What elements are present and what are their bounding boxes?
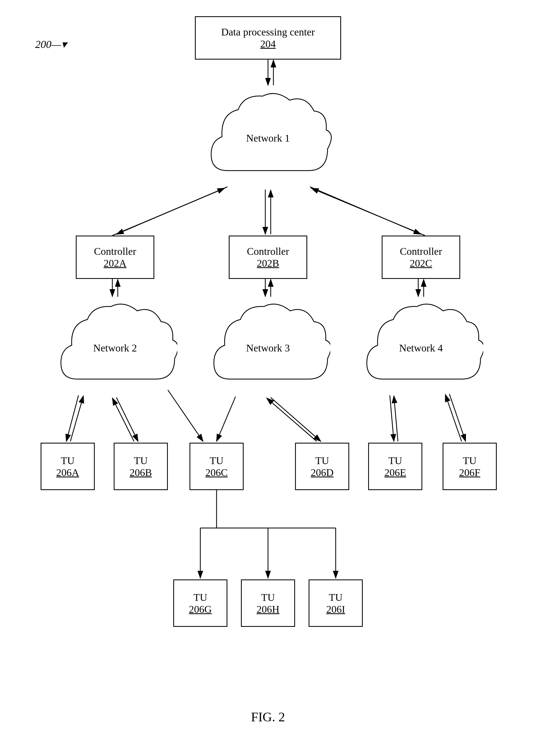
svg-line-4: [117, 187, 227, 234]
dpc-label-line2: 204: [260, 38, 276, 50]
controller-b-label2: 202B: [257, 257, 279, 269]
svg-line-16: [66, 395, 79, 441]
tu-206c-label1: TU: [210, 455, 223, 466]
svg-line-27: [445, 395, 461, 441]
controller-b-box: Controller 202B: [229, 236, 307, 279]
tu-206b-box: TU 206B: [114, 443, 168, 490]
svg-line-7: [310, 187, 421, 234]
controller-c-label2: 202C: [410, 257, 432, 269]
network-2-cloud: Network 2: [53, 298, 177, 398]
svg-line-26: [450, 394, 466, 441]
tu-206e-box: TU 206E: [368, 443, 422, 490]
network-1-label: Network 1: [246, 132, 290, 144]
tu-206g-label1: TU: [193, 591, 207, 603]
svg-line-23: [267, 398, 317, 441]
tu-206a-box: TU 206A: [41, 443, 95, 490]
tu-206d-box: TU 206D: [295, 443, 349, 490]
network-4-cloud: Network 4: [359, 298, 483, 398]
fig-label: FIG. 2: [217, 709, 319, 724]
tu-206h-label2: 206H: [257, 603, 279, 615]
tu-206b-label1: TU: [134, 455, 148, 466]
svg-line-22: [271, 397, 321, 441]
tu-206c-box: TU 206C: [189, 443, 244, 490]
network-3-cloud: Network 3: [206, 298, 330, 398]
tu-206f-box: TU 206F: [443, 443, 497, 490]
tu-206g-label2: 206G: [189, 603, 212, 615]
controller-b-label1: Controller: [247, 245, 289, 257]
tu-206g-box: TU 206G: [173, 579, 227, 627]
tu-206f-label1: TU: [463, 455, 477, 466]
controller-a-box: Controller 202A: [76, 236, 154, 279]
svg-line-21: [217, 397, 236, 441]
network-1-cloud: Network 1: [203, 86, 333, 189]
tu-206d-label2: 206D: [311, 466, 333, 478]
svg-line-9: [311, 188, 425, 236]
tu-206c-label2: 206C: [206, 466, 228, 478]
tu-206i-label1: TU: [329, 591, 343, 603]
data-processing-center-box: Data processing center 204: [195, 16, 341, 59]
tu-206h-box: TU 206H: [241, 579, 295, 627]
tu-206a-label2: 206A: [56, 466, 79, 478]
diagram: 200—▾ Data processing center 204 Network…: [0, 0, 536, 756]
tu-206f-label2: 206F: [459, 466, 480, 478]
tu-206e-label1: TU: [388, 455, 402, 466]
controller-a-label1: Controller: [94, 245, 136, 257]
svg-line-17: [70, 396, 84, 441]
svg-line-19: [112, 398, 134, 441]
network-3-label: Network 3: [246, 342, 290, 354]
tu-206i-label2: 206I: [326, 603, 345, 615]
tu-206b-label2: 206B: [130, 466, 152, 478]
controller-a-label2: 202A: [104, 257, 126, 269]
tu-206h-label1: TU: [261, 591, 275, 603]
tu-206e-label2: 206E: [385, 466, 406, 478]
svg-line-8: [112, 188, 225, 236]
diagram-ref-label: 200—▾: [35, 38, 67, 51]
network-2-label: Network 2: [93, 342, 137, 354]
controller-c-label1: Controller: [400, 245, 442, 257]
controller-c-box: Controller 202C: [382, 236, 460, 279]
svg-line-18: [117, 397, 138, 441]
tu-206i-box: TU 206I: [309, 579, 363, 627]
svg-line-25: [394, 396, 398, 441]
network-4-label: Network 4: [399, 342, 443, 354]
svg-line-24: [390, 395, 394, 441]
tu-206d-label1: TU: [316, 455, 329, 466]
dpc-label-line1: Data processing center: [221, 26, 315, 38]
tu-206a-label1: TU: [61, 455, 75, 466]
